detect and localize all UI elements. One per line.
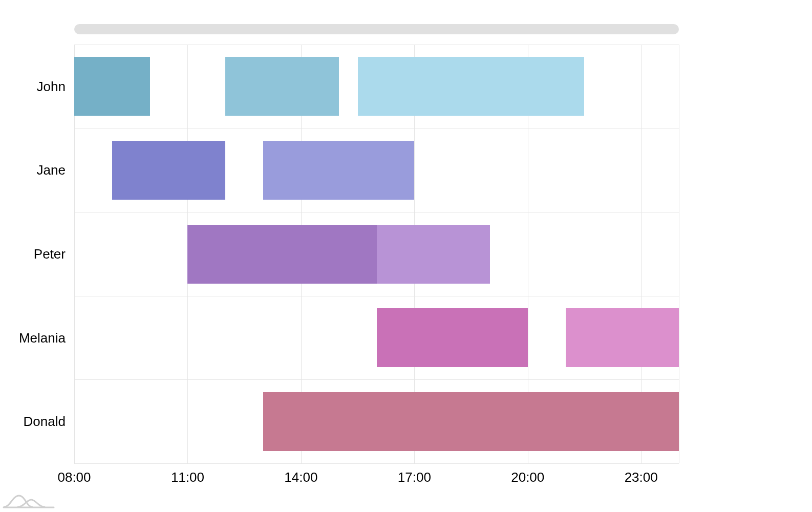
- y-axis-label: John: [4, 78, 66, 94]
- gantt-bar[interactable]: [263, 141, 414, 200]
- grid-line-horizontal: [74, 212, 679, 212]
- gantt-chart: JohnJanePeterMelaniaDonald 08:0011:0014:…: [0, 0, 812, 512]
- gantt-bar[interactable]: [358, 57, 585, 116]
- y-axis-label: Jane: [4, 162, 66, 178]
- x-axis-label: 14:00: [284, 470, 317, 485]
- grid-line-horizontal: [74, 129, 679, 129]
- y-axis-label: Melania: [4, 330, 66, 346]
- x-axis-label: 11:00: [171, 470, 204, 485]
- y-axis-label: Peter: [4, 246, 66, 262]
- grid-line-horizontal: [74, 45, 679, 45]
- horizontal-scrollbar[interactable]: [74, 24, 679, 34]
- x-axis-label: 23:00: [625, 470, 658, 485]
- grid-line-vertical: [679, 45, 679, 463]
- x-axis-label: 08:00: [57, 470, 91, 485]
- x-axis-label: 17:00: [398, 470, 431, 485]
- amcharts-logo-icon: [3, 492, 56, 509]
- gantt-bar[interactable]: [187, 225, 376, 284]
- grid-line-horizontal: [74, 463, 679, 464]
- gantt-bar[interactable]: [225, 57, 338, 116]
- grid-line-horizontal: [74, 296, 679, 296]
- gantt-bar[interactable]: [263, 392, 679, 451]
- plot-area: [74, 45, 679, 463]
- grid-line-horizontal: [74, 379, 679, 380]
- gantt-bar[interactable]: [377, 308, 528, 367]
- gantt-bar[interactable]: [74, 57, 150, 116]
- y-axis-label: Donald: [4, 414, 66, 430]
- gantt-bar[interactable]: [112, 141, 225, 200]
- gantt-bar[interactable]: [377, 225, 490, 284]
- gantt-bar[interactable]: [566, 308, 679, 367]
- x-axis-label: 20:00: [511, 470, 544, 485]
